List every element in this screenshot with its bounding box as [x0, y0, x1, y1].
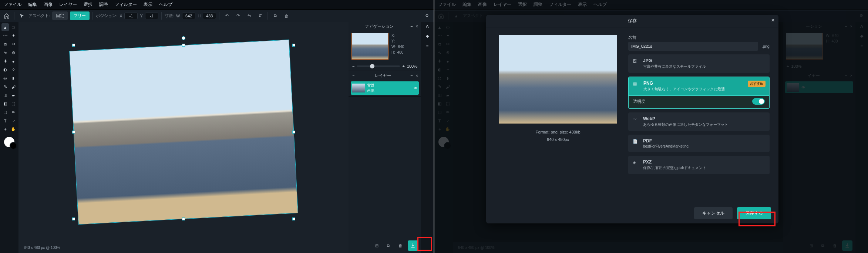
menu-layer[interactable]: レイヤー: [494, 1, 511, 8]
shape-tool[interactable]: ▢: [1, 108, 9, 116]
menu-filter[interactable]: フィルター: [549, 1, 571, 8]
menu-filter[interactable]: フィルター: [115, 1, 137, 8]
menu-view[interactable]: 表示: [144, 1, 152, 8]
minimize-icon[interactable]: −: [410, 73, 413, 78]
picker-tool[interactable]: ⟋: [10, 117, 17, 125]
menu-edit[interactable]: 編集: [28, 1, 37, 8]
menu-file[interactable]: ファイル: [438, 1, 456, 8]
text-tool[interactable]: T: [1, 117, 9, 125]
format-pxz[interactable]: ◈ PXZ保存/共有用の完璧なpixlrドキュメント: [628, 156, 770, 174]
menu-image[interactable]: 画像: [44, 1, 53, 8]
layer-menu-icon[interactable]: ⋯: [351, 73, 356, 78]
text-panel-icon[interactable]: A: [426, 24, 428, 28]
height-input[interactable]: 483: [203, 13, 216, 19]
adjust-panel-icon[interactable]: ◆: [426, 34, 429, 38]
aspect-free-button[interactable]: フリー: [70, 11, 90, 20]
move-tool-icon[interactable]: [17, 11, 26, 20]
flip-v-icon[interactable]: ⇵: [256, 11, 265, 20]
menu-select[interactable]: 選択: [84, 1, 92, 8]
menu-help[interactable]: ヘルプ: [593, 1, 607, 8]
background-color[interactable]: [10, 142, 17, 149]
resize-handle[interactable]: [292, 217, 295, 220]
layer-item[interactable]: 背景 画像 👁: [351, 81, 419, 95]
format-png[interactable]: ▦ PNG大きく無駄なく、アイコンやグラフィックに最適 おすすめ: [628, 77, 770, 96]
menu-select[interactable]: 選択: [518, 1, 527, 8]
gradient-tool[interactable]: ◧: [1, 100, 9, 108]
delete-layer-icon[interactable]: 🗑: [396, 241, 405, 250]
rotate-handle[interactable]: [182, 36, 185, 40]
cancel-button[interactable]: キャンセル: [694, 207, 733, 219]
menu-view[interactable]: 表示: [578, 1, 587, 8]
detail-tool[interactable]: ◎: [1, 74, 9, 82]
disperse-tool[interactable]: ✧: [10, 66, 17, 74]
hand-tool[interactable]: ✋: [10, 125, 17, 133]
flip-h-icon[interactable]: ⇋: [245, 11, 253, 20]
lasso-tool[interactable]: 〰: [1, 32, 9, 40]
menu-adjust[interactable]: 調整: [99, 1, 108, 8]
eraser-tool[interactable]: ◫: [1, 91, 9, 99]
home-icon[interactable]: [2, 11, 11, 20]
gear-icon[interactable]: ⚙: [423, 11, 431, 20]
menu-layer[interactable]: レイヤー: [59, 1, 77, 8]
delete-icon[interactable]: 🗑: [282, 11, 291, 20]
aspect-fixed-button[interactable]: 固定: [52, 11, 68, 20]
resize-handle[interactable]: [72, 44, 75, 47]
resize-handle[interactable]: [182, 44, 185, 47]
brush-tool[interactable]: 🖌: [10, 83, 17, 91]
position-y-input[interactable]: -1: [145, 13, 158, 19]
marquee-tool[interactable]: ▭: [10, 23, 17, 31]
crop-tool[interactable]: ⧉: [1, 40, 9, 48]
resize-handle[interactable]: [292, 44, 295, 47]
history-panel-icon[interactable]: ≡: [426, 44, 428, 48]
move-tool[interactable]: ▲: [1, 23, 9, 31]
menu-file[interactable]: ファイル: [4, 1, 21, 8]
close-icon[interactable]: ×: [416, 24, 418, 28]
liquify-tool[interactable]: ∿: [1, 49, 9, 57]
image-selection[interactable]: [74, 45, 294, 219]
resize-handle[interactable]: [72, 217, 75, 220]
resize-handle[interactable]: [182, 217, 185, 220]
position-x-input[interactable]: -1: [124, 13, 138, 19]
menu-adjust[interactable]: 調整: [534, 1, 542, 8]
copy-icon[interactable]: ⧉: [271, 11, 280, 20]
format-webp[interactable]: 〰 WebPあらゆる種類の画像に適したモダンなフォーマット: [628, 112, 770, 131]
format-pdf[interactable]: 📄 PDFbestForFlyersAndMarketing.: [628, 135, 770, 152]
zoom-out-icon[interactable]: −: [352, 64, 354, 68]
close-icon[interactable]: ×: [416, 73, 418, 78]
zoom-in-icon[interactable]: +: [402, 64, 404, 68]
close-icon[interactable]: ✕: [771, 18, 775, 23]
clone-tool[interactable]: ⊚: [10, 49, 17, 57]
menu-help[interactable]: ヘルプ: [159, 1, 172, 8]
fill-tool[interactable]: ▰: [10, 91, 17, 99]
filename-input[interactable]: [628, 42, 758, 51]
menu-edit[interactable]: 編集: [462, 1, 471, 8]
replace-tool[interactable]: ⬚: [10, 100, 17, 108]
zoom-tool[interactable]: ＋: [1, 125, 9, 133]
wand-tool[interactable]: ✦: [10, 32, 17, 40]
draw-tool[interactable]: ✑: [10, 108, 17, 116]
blur-tool[interactable]: ●: [10, 57, 17, 65]
pen-tool[interactable]: ✎: [1, 83, 9, 91]
cutout-tool[interactable]: ✂: [10, 40, 17, 48]
nav-thumbnail[interactable]: [351, 33, 388, 60]
resize-handle[interactable]: [72, 131, 75, 134]
separator: [294, 12, 294, 20]
redo-icon[interactable]: ↷: [233, 11, 242, 20]
minimize-icon[interactable]: −: [410, 24, 413, 28]
heal-tool[interactable]: ✚: [1, 57, 9, 65]
visibility-icon[interactable]: 👁: [414, 86, 417, 90]
menu-image[interactable]: 画像: [478, 1, 487, 8]
save-button[interactable]: [408, 240, 418, 251]
nav-meta: X: Y: W: 640 H: 480: [391, 33, 404, 55]
resize-handle[interactable]: [292, 131, 295, 134]
sponge-tool[interactable]: ◐: [1, 66, 9, 74]
dodge-tool[interactable]: ◗: [10, 74, 17, 82]
transparency-toggle[interactable]: [752, 98, 765, 105]
canvas-area[interactable]: [18, 22, 349, 242]
add-layer-icon[interactable]: ⊞: [372, 241, 381, 250]
undo-icon[interactable]: ↶: [222, 11, 231, 20]
width-input[interactable]: 642: [182, 13, 195, 19]
duplicate-layer-icon[interactable]: ⧉: [384, 241, 393, 250]
format-jpg[interactable]: 🖼 JPG写真や共有に最適なスモールファイル: [628, 54, 770, 73]
zoom-slider[interactable]: [357, 65, 400, 67]
